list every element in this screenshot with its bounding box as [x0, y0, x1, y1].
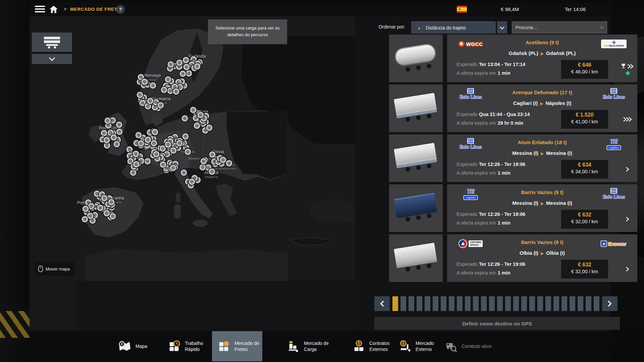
cargo-map-marker[interactable] [153, 151, 160, 158]
page-square[interactable] [586, 296, 591, 311]
cargo-map-marker[interactable] [161, 87, 167, 93]
cargo-map-marker[interactable] [197, 112, 204, 118]
page-square[interactable] [553, 296, 559, 311]
nav-item-freight-market[interactable]: Mercado de Fretes [217, 331, 268, 361]
collapse-button[interactable] [32, 54, 72, 64]
page-square[interactable] [457, 296, 463, 311]
trailer-manager-button[interactable] [32, 33, 72, 52]
sort-expand-button[interactable] [497, 21, 507, 34]
page-square[interactable] [465, 296, 471, 311]
nav-item-cargo-market[interactable]: Mercado de Carga [287, 331, 337, 361]
cargo-map-marker[interactable] [104, 142, 110, 149]
cargo-map-marker[interactable] [181, 169, 187, 176]
cargo-map-marker[interactable] [185, 148, 191, 155]
cargo-map-marker[interactable] [165, 141, 171, 148]
cargo-map-marker[interactable] [97, 204, 104, 211]
cargo-map-marker[interactable] [160, 162, 166, 168]
page-square[interactable] [497, 296, 503, 311]
cargo-map-marker[interactable] [206, 125, 213, 131]
page-square[interactable] [578, 296, 583, 311]
cargo-map-marker[interactable] [189, 179, 195, 185]
cargo-offer-card[interactable]: Eolo Lines Atum Enlatado (18 t) TELogíst… [387, 134, 637, 182]
cargo-map-marker[interactable] [82, 216, 88, 223]
page-square[interactable] [400, 296, 406, 311]
nav-item-quick-job[interactable]: Trabalho Rápido [168, 331, 218, 361]
move-map-button[interactable]: Mover mapa [35, 262, 74, 276]
cargo-offer-card[interactable]: TELogístico Barris Vazios (9 t) Eolo Lin… [387, 184, 637, 232]
cargo-offer-card[interactable]: Eolo Lines Arenque Defumado (17 t) Eolo … [387, 84, 637, 132]
prev-page-button[interactable] [374, 296, 390, 311]
cargo-map-marker[interactable] [152, 129, 158, 135]
cargo-map-marker[interactable] [145, 103, 151, 110]
cargo-map-marker[interactable] [101, 195, 108, 201]
cargo-map-marker[interactable] [200, 164, 206, 171]
cargo-map-marker[interactable] [209, 151, 216, 158]
cargo-map-marker[interactable] [130, 169, 137, 176]
cargo-offer-card[interactable]: WGCC Acetileno (9 t) SANBUILDERS Gdańsk … [387, 35, 637, 82]
cargo-map-marker[interactable] [194, 123, 200, 129]
cargo-map-marker[interactable] [182, 133, 189, 140]
cargo-map-marker[interactable] [158, 102, 164, 109]
page-square[interactable] [570, 296, 575, 311]
cargo-map-marker[interactable] [220, 157, 226, 163]
page-square[interactable] [521, 296, 527, 311]
cargo-map-marker[interactable] [137, 92, 143, 98]
page-square[interactable] [417, 296, 422, 311]
cargo-map-marker[interactable] [116, 129, 123, 135]
menu-icon[interactable] [35, 6, 45, 13]
next-page-button[interactable] [602, 296, 618, 311]
page-square[interactable] [481, 296, 487, 311]
page-square[interactable] [537, 296, 543, 311]
cargo-map-marker[interactable] [226, 160, 232, 166]
cargo-map-marker[interactable] [132, 150, 139, 157]
cargo-map-marker[interactable] [209, 169, 215, 175]
cargo-map-marker[interactable] [145, 158, 151, 165]
help-button[interactable]: ? [116, 5, 125, 14]
cargo-map-marker[interactable] [170, 147, 177, 154]
cargo-map-marker[interactable] [83, 205, 89, 212]
cargo-map-marker[interactable] [176, 140, 183, 146]
cargo-map-marker[interactable] [180, 70, 186, 77]
page-square[interactable] [545, 296, 551, 311]
cargo-map-marker[interactable] [114, 141, 120, 147]
search-field[interactable]: × [512, 21, 607, 34]
cargo-map-marker[interactable] [151, 140, 157, 146]
cargo-map-marker[interactable] [185, 70, 192, 76]
nav-item-external-market[interactable]: Mercado Externo [398, 331, 449, 361]
cargo-map-marker[interactable] [194, 63, 200, 70]
cargo-map-marker[interactable] [147, 98, 154, 104]
cargo-map-marker[interactable] [181, 115, 188, 122]
page-square[interactable] [561, 296, 567, 311]
europe-map[interactable]: FinlândiaNoruegaNorgeSuéciaSverigeDinama… [30, 16, 355, 330]
nav-item-external-contracts[interactable]: Contratos Externos [352, 331, 403, 361]
cargo-map-marker[interactable] [116, 122, 122, 128]
cargo-map-marker[interactable] [103, 137, 110, 143]
cargo-map-marker[interactable] [190, 107, 197, 113]
cargo-map-marker[interactable] [200, 158, 207, 164]
cargo-map-marker[interactable] [110, 213, 116, 219]
cargo-map-marker[interactable] [110, 134, 117, 141]
cargo-map-marker[interactable] [182, 57, 189, 63]
set-gps-destination-button[interactable]: Definir como destino no GPS [374, 317, 620, 330]
cargo-map-marker[interactable] [88, 203, 94, 209]
page-square[interactable] [594, 296, 599, 311]
cargo-map-marker[interactable] [168, 61, 174, 67]
cargo-map-marker[interactable] [104, 210, 110, 216]
home-icon[interactable] [49, 5, 59, 13]
cargo-map-marker[interactable] [135, 132, 142, 138]
cargo-map-marker[interactable] [173, 88, 179, 95]
page-square[interactable] [489, 296, 495, 311]
cargo-map-marker[interactable] [150, 82, 156, 89]
cargo-map-marker[interactable] [165, 76, 171, 82]
cargo-map-marker[interactable] [145, 136, 151, 143]
search-input[interactable] [512, 25, 597, 30]
cargo-map-marker[interactable] [170, 165, 176, 171]
cargo-map-marker[interactable] [176, 60, 183, 66]
cargo-map-marker[interactable] [159, 145, 166, 152]
nav-item-map[interactable]: Mapa [118, 331, 147, 361]
cargo-map-marker[interactable] [101, 130, 107, 136]
page-square[interactable] [425, 296, 430, 311]
page-square[interactable] [409, 296, 414, 311]
cargo-map-marker[interactable] [183, 64, 190, 70]
clear-search-icon[interactable]: × [597, 24, 607, 31]
